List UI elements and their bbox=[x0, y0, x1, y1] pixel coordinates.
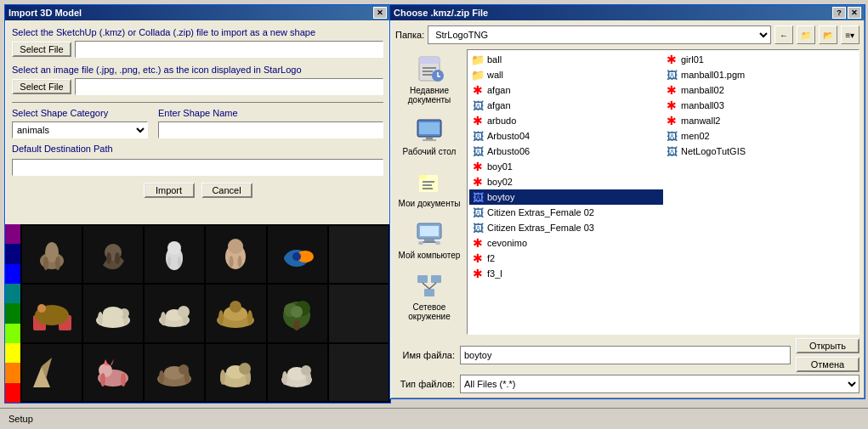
svg-point-24 bbox=[98, 312, 103, 325]
file-arbudo[interactable]: ✱ arbudo bbox=[469, 113, 663, 128]
import-button[interactable]: Import bbox=[144, 183, 195, 198]
nav-view-button[interactable]: ≡▾ bbox=[841, 25, 859, 44]
file-boy01[interactable]: ✱ boy01 bbox=[469, 159, 663, 174]
thumbnail-1[interactable] bbox=[22, 226, 82, 283]
svg-point-8 bbox=[167, 241, 181, 255]
file-f3l[interactable]: ✱ f3_l bbox=[469, 266, 663, 281]
file-afgan-img[interactable]: 🖼 afgan bbox=[469, 98, 663, 113]
thumbnail-9[interactable] bbox=[145, 285, 204, 342]
file-input-1[interactable] bbox=[75, 41, 383, 58]
file-citizen-female-02[interactable]: 🖼 Citizen Extras_Female 02 bbox=[469, 205, 663, 220]
left-desktop[interactable]: Рабочий стол bbox=[395, 110, 463, 161]
choose-main: Недавние документы Рабочий стол bbox=[395, 49, 859, 335]
thumbnail-15[interactable] bbox=[145, 344, 204, 401]
filetype-label: Тип файлов: bbox=[395, 379, 455, 389]
thumbnail-5[interactable] bbox=[268, 226, 327, 283]
swatch-purple[interactable] bbox=[5, 224, 20, 244]
recent-icon bbox=[414, 54, 445, 84]
file-arbusto06[interactable]: 🖼 Arbusto06 bbox=[469, 144, 663, 159]
file-list-area[interactable]: 📁 ball 📁 wall ✱ afgan 🖼 bbox=[467, 49, 859, 335]
file-men02[interactable]: 🖼 men02 bbox=[663, 128, 857, 144]
svg-line-89 bbox=[429, 283, 436, 289]
thumbnail-16[interactable] bbox=[206, 344, 265, 401]
swatch-yellow[interactable] bbox=[5, 343, 20, 363]
thumbnail-2[interactable] bbox=[83, 226, 143, 283]
recent-label: Недавние документы bbox=[398, 86, 461, 104]
select-file-button-1[interactable]: Select File bbox=[12, 42, 71, 57]
swatch-teal[interactable] bbox=[5, 284, 20, 303]
shape-name-input[interactable] bbox=[158, 121, 383, 138]
svg-point-27 bbox=[103, 307, 123, 320]
cancel-button[interactable]: Cancel bbox=[201, 183, 252, 198]
swatch-green[interactable] bbox=[5, 303, 20, 323]
folder-select[interactable]: StrLogoTNG bbox=[428, 25, 771, 44]
thumbnail-11[interactable] bbox=[268, 285, 327, 342]
file-column-1: 📁 ball 📁 wall ✱ afgan 🖼 bbox=[469, 52, 663, 281]
thumbnail-4[interactable] bbox=[206, 226, 265, 283]
thumbnail-7[interactable] bbox=[22, 285, 82, 342]
svg-point-13 bbox=[230, 256, 234, 268]
left-network[interactable]: Сетевое окружение bbox=[395, 266, 463, 325]
file-citizen-female-03[interactable]: 🖼 Citizen Extras_Female 03 bbox=[469, 220, 663, 235]
svg-point-49 bbox=[159, 370, 164, 384]
swatch-lime[interactable] bbox=[5, 324, 20, 343]
choose-help-button[interactable]: ? bbox=[832, 7, 846, 19]
left-recent[interactable]: Недавние документы bbox=[395, 49, 463, 109]
thumbnail-13[interactable] bbox=[22, 344, 82, 401]
file-boy02[interactable]: ✱ boy02 bbox=[469, 174, 663, 189]
file-girl01[interactable]: ✱ girl01 bbox=[663, 52, 857, 67]
file-wall[interactable]: 📁 wall bbox=[469, 67, 663, 82]
file-ball[interactable]: 📁 ball bbox=[469, 52, 663, 67]
svg-point-10 bbox=[178, 257, 181, 267]
file-afgan-kmz[interactable]: ✱ afgan bbox=[469, 82, 663, 98]
left-mydocs[interactable]: Мои документы bbox=[395, 162, 463, 212]
setup-bar: Setup bbox=[0, 408, 868, 429]
thumbnail-3[interactable] bbox=[145, 226, 204, 283]
swatch-red[interactable] bbox=[5, 383, 20, 403]
destination-path-input[interactable]: C:\Program Files\StarLogo TNG/models/ bbox=[12, 159, 383, 176]
filetype-select[interactable]: All Files (*.*) bbox=[460, 375, 859, 393]
shape-category-select[interactable]: animals bbox=[12, 121, 148, 138]
thumbnail-6[interactable] bbox=[329, 226, 389, 283]
file-input-2[interactable] bbox=[75, 78, 383, 95]
file-manball01pgm[interactable]: 🖼 manball01.pgm bbox=[663, 67, 857, 82]
nav-new-folder-button[interactable]: 📂 bbox=[819, 25, 837, 44]
thumbnail-10[interactable] bbox=[206, 285, 265, 342]
kmz-icon-f2: ✱ bbox=[471, 251, 485, 265]
open-button[interactable]: Открыть bbox=[796, 338, 859, 353]
import-window-title: Import 3D Model bbox=[9, 8, 82, 18]
file-manball03[interactable]: ✱ manball03 bbox=[663, 98, 857, 113]
file-manwall2[interactable]: ✱ manwall2 bbox=[663, 113, 857, 128]
thumbnail-12[interactable] bbox=[329, 285, 389, 342]
thumbnail-14[interactable] bbox=[83, 344, 143, 401]
select-file-button-2[interactable]: Select File bbox=[12, 79, 71, 94]
svg-point-84 bbox=[435, 241, 440, 245]
file-netlogotutgis[interactable]: 🖼 NetLogoTutGIS bbox=[663, 144, 857, 159]
file-arbusto04[interactable]: 🖼 Arbusto04 bbox=[469, 128, 663, 144]
file-boytoy[interactable]: 🖼 boytoy bbox=[469, 189, 663, 205]
mydocs-label: Мои документы bbox=[399, 199, 461, 208]
choose-cancel-button[interactable]: Отмена bbox=[796, 357, 859, 372]
choose-close-button[interactable]: ✕ bbox=[848, 7, 861, 19]
filename-label: Имя файла: bbox=[395, 350, 455, 360]
kmz-icon-afgan: ✱ bbox=[471, 83, 485, 97]
import-close-button[interactable]: ✕ bbox=[373, 7, 387, 19]
filename-row: Имя файла: boytoy Открыть Отмена bbox=[395, 338, 859, 372]
file-manball02[interactable]: ✱ manball02 bbox=[663, 82, 857, 98]
swatch-blue[interactable] bbox=[5, 264, 20, 284]
file-cevonimo[interactable]: ✱ cevonimo bbox=[469, 235, 663, 251]
svg-point-37 bbox=[230, 301, 241, 313]
mycomputer-label: Мой компьютер bbox=[399, 251, 461, 260]
thumbnail-8[interactable] bbox=[83, 285, 143, 342]
file-f2[interactable]: ✱ f2 bbox=[469, 251, 663, 266]
swatch-orange[interactable] bbox=[5, 363, 20, 382]
desktop-label: Рабочий стол bbox=[403, 147, 457, 156]
svg-point-3 bbox=[55, 257, 60, 270]
nav-back-button[interactable]: ← bbox=[774, 25, 793, 44]
left-mycomputer[interactable]: Мой компьютер bbox=[395, 214, 463, 264]
swatch-darkblue[interactable] bbox=[5, 244, 20, 263]
thumbnail-18[interactable] bbox=[329, 344, 389, 401]
nav-up-button[interactable]: 📁 bbox=[797, 25, 815, 44]
thumbnail-17[interactable] bbox=[268, 344, 327, 401]
filename-input[interactable]: boytoy bbox=[460, 346, 791, 364]
